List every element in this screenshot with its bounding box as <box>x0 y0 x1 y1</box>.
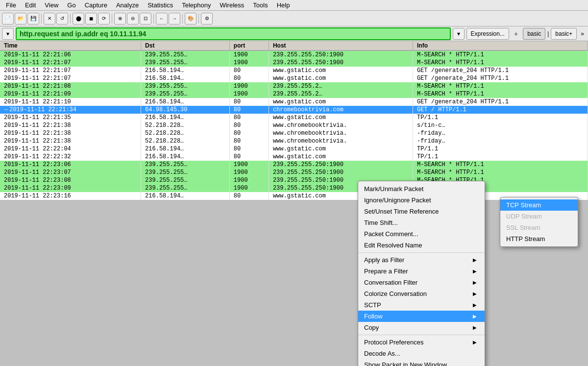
col-info[interactable]: Info <box>413 41 588 50</box>
menu-statistics[interactable]: Statistics <box>144 0 177 10</box>
context-menu-item-packet-comment-[interactable]: Packet Comment... <box>358 228 485 240</box>
col-dst[interactable]: Dst <box>141 41 230 50</box>
context-menu-label: Packet Comment... <box>364 230 418 238</box>
submenu-item-http-stream[interactable]: HTTP Stream <box>500 233 578 244</box>
table-row[interactable]: 2019-11-11 22:21:09239.255.255…1900239.2… <box>0 90 588 98</box>
context-menu-item-colorize-conversation[interactable]: Colorize Conversation▶ <box>358 288 485 299</box>
cell-port: 80 <box>229 145 269 153</box>
menu-edit[interactable]: Edit <box>21 0 40 10</box>
filter-expression-btn[interactable]: Expression... <box>466 28 509 40</box>
cell-time: 2019-11-11 22:21:10 <box>0 98 141 106</box>
toolbar-restart-btn[interactable]: ⟳ <box>98 13 110 24</box>
menu-go[interactable]: Go <box>63 0 79 10</box>
menu-help[interactable]: Help <box>273 0 294 10</box>
table-row[interactable]: 2019-11-11 22:23:08239.255.255…1900239.2… <box>0 176 588 184</box>
table-row[interactable]: 2019-11-11 22:22:04216.58.194…80www.gsta… <box>0 145 588 153</box>
filter-basic-plus-btn[interactable]: basic+ <box>551 28 577 40</box>
cell-time: 2019-11-11 22:23:08 <box>0 176 141 184</box>
cell-dst: 239.255.255… <box>141 50 230 59</box>
toolbar-prefs-btn[interactable]: ⚙ <box>201 13 213 24</box>
filter-more-btn[interactable]: » <box>579 30 586 37</box>
context-menu-item-conversation-filter[interactable]: Conversation Filter▶ <box>358 277 485 288</box>
toolbar-forward-btn[interactable]: → <box>169 13 180 24</box>
table-row[interactable]: 2019-11-11 22:23:06239.255.255…1900239.2… <box>0 161 588 169</box>
cell-port: 80 <box>229 153 269 161</box>
toolbar-close-btn[interactable]: ✕ <box>44 13 55 24</box>
cell-port: 80 <box>229 137 269 145</box>
table-row[interactable]: 2019-11-11 22:21:08239.255.255…1900239.2… <box>0 82 588 90</box>
table-row[interactable]: 2019-11-11 22:21:10216.58.194…80www.gsta… <box>0 98 588 106</box>
table-row[interactable]: 2019-11-11 22:21:3852.218.228…80www.chro… <box>0 137 588 145</box>
context-menu-label: Mark/Unmark Packet <box>364 185 423 193</box>
context-menu-item-ignore-unignore-packet[interactable]: Ignore/Unignore Packet <box>358 195 485 206</box>
cell-info: GET / HTTP/1.1 <box>413 106 588 114</box>
toolbar-stop-btn[interactable]: ◼ <box>85 13 97 24</box>
context-menu-item-time-shift-[interactable]: Time Shift... <box>358 217 485 228</box>
context-menu-item-decode-as-[interactable]: Decode As... <box>358 348 485 359</box>
context-menu-item-show-packet-in-new-window[interactable]: Show Packet in New Window <box>358 359 485 366</box>
filter-arrow-btn[interactable]: ▾ <box>453 28 465 40</box>
cell-dst: 239.255.255… <box>141 82 230 90</box>
filter-input[interactable] <box>16 27 451 40</box>
cell-time: 2019-11-11 22:21:08 <box>0 82 141 90</box>
context-menu-item-copy[interactable]: Copy▶ <box>358 322 485 333</box>
submenu-item-tcp-stream[interactable]: TCP Stream <box>500 199 578 211</box>
context-menu-item-edit-resolved-name[interactable]: Edit Resolved Name <box>358 240 485 251</box>
table-row[interactable]: 2019-11-11 22:23:07239.255.255…1900239.2… <box>0 169 588 176</box>
toolbar-zoom-in-btn[interactable]: ⊕ <box>114 13 126 24</box>
context-menu-item-set-unset-time-reference[interactable]: Set/Unset Time Reference <box>358 206 485 217</box>
table-row[interactable]: 2019-11-11 22:22:32216.58.194…80www.gsta… <box>0 153 588 161</box>
cell-port: 80 <box>229 114 269 122</box>
cell-dst: 52.218.228… <box>141 137 230 145</box>
table-row[interactable]: 2019-11-11 22:21:3852.218.228…80www.chro… <box>0 129 588 137</box>
cell-time: →2019-11-11 22:21:34 <box>0 106 141 114</box>
menu-view[interactable]: View <box>41 0 62 10</box>
filter-plus-btn[interactable]: + <box>511 29 521 39</box>
menu-analyze[interactable]: Analyze <box>112 0 143 10</box>
context-menu-item-mark-unmark-packet[interactable]: Mark/Unmark Packet <box>358 183 485 195</box>
submenu-arrow-icon: ▶ <box>473 291 477 296</box>
toolbar-coloring-btn[interactable]: 🎨 <box>185 13 196 24</box>
submenu-item-ssl-stream: SSL Stream <box>500 222 578 233</box>
table-row[interactable]: 2019-11-11 22:21:07216.58.194…80www.gsta… <box>0 74 588 82</box>
cell-port: 1900 <box>229 169 269 176</box>
menu-telephony[interactable]: Telephony <box>178 0 215 10</box>
menu-file[interactable]: File <box>2 0 20 10</box>
context-menu-item-follow[interactable]: Follow▶ <box>358 311 485 322</box>
table-row[interactable]: →2019-11-11 22:21:3464.98.145.3080chrome… <box>0 106 588 114</box>
menu-wireless[interactable]: Wireless <box>216 0 248 10</box>
table-row[interactable]: 2019-11-11 22:21:35216.58.194…80www.gsta… <box>0 114 588 122</box>
context-menu-item-protocol-preferences[interactable]: Protocol Preferences▶ <box>358 337 485 348</box>
col-port[interactable]: port <box>229 41 269 50</box>
context-menu-item-prepare-a-filter[interactable]: Prepare a Filter▶ <box>358 266 485 277</box>
menu-tools[interactable]: Tools <box>249 0 271 10</box>
toolbar-zoom-out-btn[interactable]: ⊖ <box>127 13 139 24</box>
toolbar-save-btn[interactable]: 💾 <box>27 13 39 24</box>
table-row[interactable]: 2019-11-11 22:23:09239.255.255…1900239.2… <box>0 184 588 192</box>
table-row[interactable]: 2019-11-11 22:21:3852.218.228…80www.chro… <box>0 122 588 129</box>
cell-port: 1900 <box>229 82 269 90</box>
filter-basic-btn[interactable]: basic <box>523 28 545 40</box>
toolbar-open-btn[interactable]: 📂 <box>15 13 26 24</box>
toolbar-back-btn[interactable]: ← <box>156 13 168 24</box>
toolbar-capture-btn[interactable]: ⬤ <box>73 13 84 24</box>
filter-dropdown-btn[interactable]: ▾ <box>2 28 14 40</box>
context-menu-item-apply-as-filter[interactable]: Apply as Filter▶ <box>358 254 485 266</box>
toolbar-zoom-fit-btn[interactable]: ⊡ <box>140 13 151 24</box>
toolbar-new-btn[interactable]: 📄 <box>2 13 14 24</box>
cell-info: GET /generate_204 HTTP/1.1 <box>413 98 588 106</box>
context-menu-item-sctp[interactable]: SCTP▶ <box>358 299 485 311</box>
cell-time: 2019-11-11 22:23:16 <box>0 192 141 200</box>
table-row[interactable]: 2019-11-11 22:21:06239.255.255…1900239.2… <box>0 50 588 59</box>
toolbar-reload-btn[interactable]: ↺ <box>56 13 68 24</box>
menu-capture[interactable]: Capture <box>81 0 111 10</box>
col-host[interactable]: Host <box>269 41 413 50</box>
col-time[interactable]: Time <box>0 41 141 50</box>
cell-host: www.gstatic.com <box>269 98 413 106</box>
table-row[interactable]: 2019-11-11 22:21:07239.255.255…1900239.2… <box>0 59 588 67</box>
cell-host: 239.255.255.250:1900 <box>269 50 413 59</box>
context-menu-label: Edit Resolved Name <box>364 242 422 249</box>
cell-info: M-SEARCH * HTTP/1.1 <box>413 90 588 98</box>
table-row[interactable]: 2019-11-11 22:21:07216.58.194…80www.gsta… <box>0 67 588 74</box>
cell-dst: 239.255.255… <box>141 59 230 67</box>
